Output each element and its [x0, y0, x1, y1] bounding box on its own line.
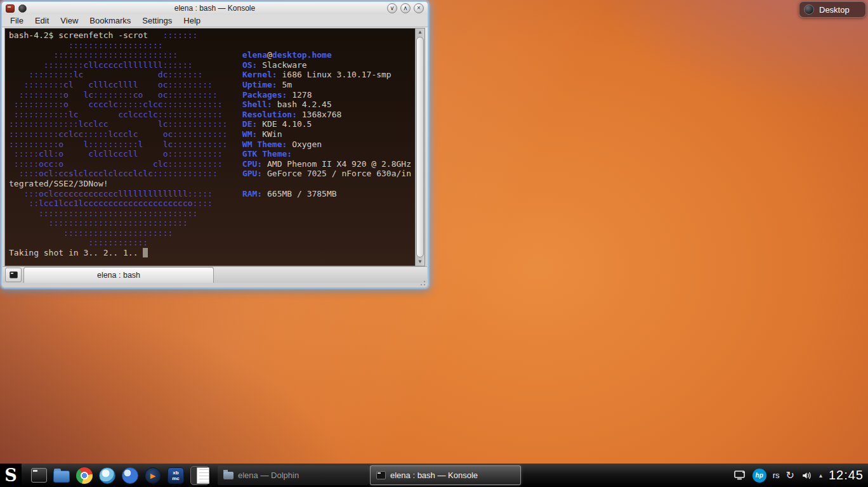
folderview-widget[interactable]: Desktop: [799, 1, 866, 18]
scroll-up-icon[interactable]: ▲: [416, 29, 424, 36]
task-manager: elena — Dolphin elena : bash — Konsole: [218, 465, 521, 485]
scrollbar-thumb[interactable]: [416, 37, 424, 257]
task-konsole[interactable]: elena : bash — Konsole: [370, 465, 521, 485]
scroll-down-icon[interactable]: ▼: [416, 258, 424, 266]
launcher-browser[interactable]: [121, 467, 139, 484]
folder-icon: [53, 471, 70, 483]
konsole-window: elena : bash — Konsole ∨ ∧ × File Edit V…: [1, 1, 428, 288]
konsole-icon: [31, 468, 47, 483]
app-launcher-button[interactable]: S: [0, 464, 22, 487]
volume-icon[interactable]: [801, 470, 813, 481]
tray-expander-icon[interactable]: ▴: [819, 472, 822, 479]
launcher-text-editor[interactable]: [190, 467, 210, 484]
hp-tray-icon[interactable]: hp: [753, 469, 766, 483]
launcher-chrome[interactable]: [76, 467, 93, 484]
menu-help[interactable]: Help: [178, 15, 206, 26]
minimize-button[interactable]: ∨: [387, 3, 397, 13]
launcher-konqueror[interactable]: [98, 467, 116, 484]
sync-icon[interactable]: ↻: [786, 469, 794, 481]
menu-settings[interactable]: Settings: [136, 15, 178, 26]
taskbar-panel: S ▶ xb mc elena — Dolphin: [0, 464, 868, 487]
keyboard-layout-indicator[interactable]: rs: [773, 471, 780, 480]
xbmc-label-bottom: mc: [172, 476, 180, 481]
launcher-konsole[interactable]: [30, 467, 48, 484]
terminal-output: bash-4.2$ screenfetch -scrot ::::::: :::…: [9, 30, 415, 258]
menubar: File Edit View Bookmarks Settings Help: [2, 15, 428, 27]
resize-grip[interactable]: [419, 280, 426, 286]
close-button[interactable]: ×: [414, 3, 424, 13]
scrollbar[interactable]: ▲ ▼: [415, 29, 424, 266]
window-title: elena : bash — Konsole: [2, 4, 428, 13]
window-menu-icon[interactable]: [6, 4, 15, 13]
konqueror-icon: [99, 467, 115, 484]
quick-launchers: ▶ xb mc: [30, 467, 210, 484]
xbmc-icon: xb mc: [168, 467, 184, 484]
launcher-background: [190, 466, 209, 485]
menu-file[interactable]: File: [4, 15, 29, 26]
titlebar[interactable]: elena : bash — Konsole ∨ ∧ ×: [2, 2, 428, 15]
maximize-button[interactable]: ∧: [400, 3, 411, 13]
keep-above-button[interactable]: [18, 4, 27, 13]
launcher-xbmc[interactable]: xb mc: [167, 467, 185, 484]
desktop[interactable]: Desktop elena : bash — Konsole ∨ ∧ × Fil…: [0, 0, 868, 487]
chrome-icon: [76, 467, 93, 484]
dolphin-task-icon: [223, 472, 233, 479]
launcher-file-manager[interactable]: [53, 467, 70, 484]
menu-view[interactable]: View: [55, 15, 84, 26]
blue-app-icon: [122, 467, 138, 484]
folderview-handle-icon: [804, 4, 814, 15]
task-label: elena : bash — Konsole: [390, 471, 478, 480]
system-tray: hp rs ↻ ▴ 12:45: [734, 468, 868, 483]
play-icon: ▶: [145, 467, 161, 484]
folderview-label: Desktop: [819, 5, 850, 15]
launcher-media-player[interactable]: ▶: [144, 467, 162, 484]
menu-bookmarks[interactable]: Bookmarks: [84, 15, 136, 26]
terminal-icon: [10, 271, 18, 278]
task-label: elena — Dolphin: [238, 471, 299, 480]
tab-elena-bash[interactable]: elena : bash: [23, 267, 214, 283]
konsole-task-icon: [376, 471, 386, 479]
new-tab-button[interactable]: [5, 268, 22, 282]
xbmc-label-top: xb: [173, 470, 178, 476]
task-dolphin[interactable]: elena — Dolphin: [218, 465, 369, 485]
clock[interactable]: 12:45: [829, 468, 864, 483]
tabbar: elena : bash: [3, 266, 427, 283]
menu-edit[interactable]: Edit: [29, 15, 55, 26]
terminal-view[interactable]: bash-4.2$ screenfetch -scrot ::::::: :::…: [5, 29, 415, 266]
document-icon: [197, 467, 209, 484]
network-monitor-icon[interactable]: [734, 471, 746, 481]
